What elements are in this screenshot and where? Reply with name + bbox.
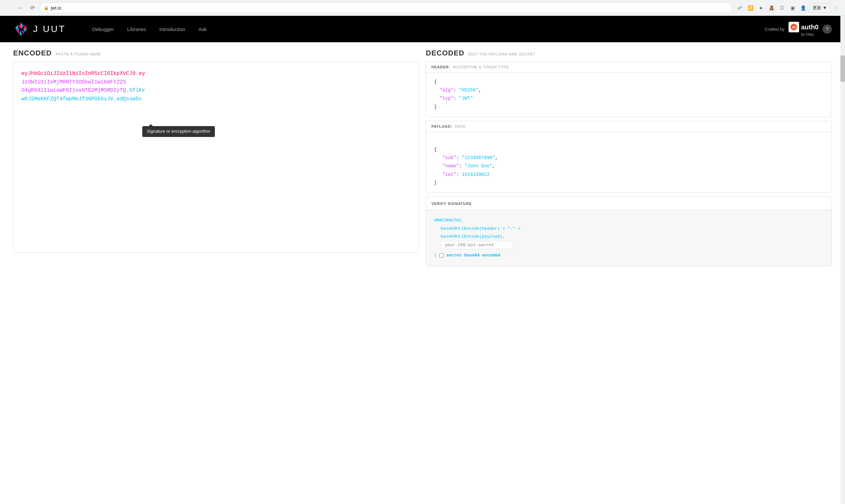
reading-list-button[interactable]: ☷	[777, 3, 787, 13]
svg-marker-7	[19, 30, 21, 36]
main-content: Encoded PASTE A TOKEN HERE eyJhbGciOiJIU…	[0, 42, 845, 504]
auth0-brand: a0 auth0	[789, 22, 819, 32]
verify-checkbox-row: ) secret base64 encoded	[434, 252, 824, 260]
url-bar[interactable]: 🔒 jwt.io	[40, 3, 733, 13]
header-sub: ALGORITHM & TOKEN TYPE	[453, 65, 509, 69]
app: J UUT Debugger Libraries Introduction As…	[0, 16, 845, 504]
crafted-by-label: Crafted by	[765, 27, 785, 32]
base64-label: secret base64 encoded	[446, 252, 500, 260]
nav-link-introduction[interactable]: Introduction	[159, 26, 185, 32]
reload-button[interactable]: ⟳	[28, 3, 37, 13]
encoded-title: Encoded	[13, 49, 52, 57]
logo-text: J UUT	[33, 24, 66, 34]
header-typ-value: "JWT"	[459, 96, 473, 101]
verify-label: VERIFY SIGNATURE	[431, 202, 472, 205]
nav-link-debugger[interactable]: Debugger	[92, 26, 114, 32]
payload-name-value: "John Doe"	[464, 163, 492, 169]
header-close-brace: }	[434, 104, 437, 110]
nav-links: Debugger Libraries Introduction Ask	[92, 26, 206, 32]
payload-section-header: PAYLOAD: DATA	[426, 121, 831, 132]
browser-toolbar: ☍ 🔁 ★ 🧸 ☷ ▣ 👤 更新 ▼ ⋮	[735, 3, 841, 13]
header-label: HEADER:	[431, 65, 450, 69]
token-part2a: JzdWIiOiIxMjM0NTY3ODkwIiwibmFtZZS	[21, 79, 126, 85]
verify-body: HMACSHA256( base64UrlEncode(header) + ".…	[426, 210, 831, 266]
token-part1b: ey	[139, 71, 145, 76]
update-button[interactable]: 更新 ▼	[809, 3, 830, 13]
scrollbar-thumb[interactable]	[840, 55, 845, 82]
menu-button[interactable]: ⋮	[832, 3, 841, 13]
bookmark-button[interactable]: ★	[756, 3, 766, 13]
payload-iat-value: 1516239022	[462, 172, 489, 177]
logo-icon	[13, 21, 29, 37]
scrollbar[interactable]	[840, 16, 845, 504]
verify-section: VERIFY SIGNATURE HMACSHA256( base64UrlEn…	[426, 197, 832, 266]
payload-label: PAYLOAD:	[431, 124, 452, 128]
svg-text:a0: a0	[792, 25, 796, 29]
payload-iat-key: "iat"	[442, 172, 456, 177]
nav-right: Crafted by a0 auth0 by Okta ?	[765, 22, 832, 36]
header-typ-key: "typ"	[440, 96, 453, 101]
nav-link-ask[interactable]: Ask	[198, 26, 206, 32]
nav-link-libraries[interactable]: Libraries	[127, 26, 146, 32]
verify-line2: base64UrlEncode(payload),	[441, 233, 824, 241]
payload-name-key: "name"	[442, 163, 459, 169]
decoded-subtitle: EDIT THE PAYLOAD AND SECRET	[468, 52, 535, 56]
header-section-header: HEADER: ALGORITHM & TOKEN TYPE	[426, 62, 831, 73]
forward-button[interactable]: →	[16, 3, 25, 13]
extensions-button[interactable]: 🧸	[767, 3, 776, 13]
profile-button[interactable]: 👤	[798, 3, 808, 13]
decoded-header: Decoded EDIT THE PAYLOAD AND SECRET	[426, 49, 832, 57]
main-nav: J UUT Debugger Libraries Introduction As…	[0, 16, 845, 42]
token-box[interactable]: eyJhbGciOiJIUzI1NiIsInR5cCI6IkpXVCJ9.ey …	[13, 61, 419, 253]
payload-open-brace: {	[434, 147, 437, 152]
token-part2b: G4gRG9lIiwiaWF0IjoxNTE2MjM5MDIyfQ.	[21, 88, 129, 93]
auth0-sub: by Okta	[801, 32, 814, 36]
auth0-name: auth0	[801, 23, 819, 31]
header-alg-value: "HS256"	[459, 88, 479, 93]
header-body[interactable]: { "alg": "HS256", "typ": "JWT" }	[426, 73, 831, 116]
verify-line1: base64UrlEncode(header) + "." +	[441, 225, 824, 233]
help-button[interactable]: ?	[823, 24, 832, 34]
header-section: HEADER: ALGORITHM & TOKEN TYPE { "alg": …	[426, 61, 832, 117]
payload-sub-value: "1234567890"	[462, 155, 495, 160]
payload-sub-key: "sub"	[442, 155, 456, 160]
header-alg-key: "alg"	[440, 88, 453, 93]
token-part4: wRJSMeKKFZQT4fwpMeJf36POk6yJV_adQssw5c	[21, 96, 142, 102]
verify-close-paren: )	[434, 252, 437, 260]
decoded-title: Decoded	[426, 49, 464, 57]
back-button[interactable]: ←	[4, 3, 13, 13]
payload-section: PAYLOAD: DATA { "sub": "1234567890", "na…	[426, 121, 832, 193]
payload-sub: DATA	[455, 124, 466, 128]
token-part1: eyJhbGciOiJIUzI1NiIsInR5cCI6IkpXVCJ9.	[21, 71, 139, 76]
tooltip: Signature or encryption algorithm	[142, 126, 215, 137]
payload-body[interactable]: { "sub": "1234567890", "name": "John Doe…	[426, 132, 831, 193]
verify-header: VERIFY SIGNATURE	[426, 197, 831, 210]
token-part3: SflKx	[129, 88, 145, 93]
encoded-header: Encoded PASTE A TOKEN HERE	[13, 49, 419, 57]
verify-algorithm: HMACSHA256(	[434, 217, 824, 225]
update-label: 更新	[813, 5, 821, 11]
verify-secret-row	[441, 241, 824, 250]
auth0-icon: a0	[789, 22, 799, 32]
update-chevron-icon: ▼	[823, 5, 827, 10]
split-view-button[interactable]: ▣	[788, 3, 797, 13]
decoded-panel: Decoded EDIT THE PAYLOAD AND SECRET HEAD…	[426, 49, 832, 498]
share-button[interactable]: 🔁	[745, 3, 755, 13]
payload-close-brace: }	[434, 180, 437, 185]
browser-chrome: ← → ⟳ 🔒 jwt.io ☍ 🔁 ★ 🧸 ☷ ▣ 👤 更新 ▼ ⋮	[0, 0, 845, 16]
encoded-subtitle: PASTE A TOKEN HERE	[56, 52, 101, 56]
lock-icon: 🔒	[44, 6, 49, 10]
encoded-panel: Encoded PASTE A TOKEN HERE eyJhbGciOiJIU…	[13, 49, 419, 498]
logo-link[interactable]: J UUT	[13, 21, 66, 37]
translate-button[interactable]: ☍	[735, 3, 744, 13]
base64-checkbox[interactable]	[439, 253, 444, 257]
verify-secret-input[interactable]	[441, 241, 513, 249]
url-text: jwt.io	[51, 5, 61, 11]
header-open-brace: {	[434, 79, 437, 85]
auth0-logo: a0 auth0 by Okta	[789, 22, 819, 36]
